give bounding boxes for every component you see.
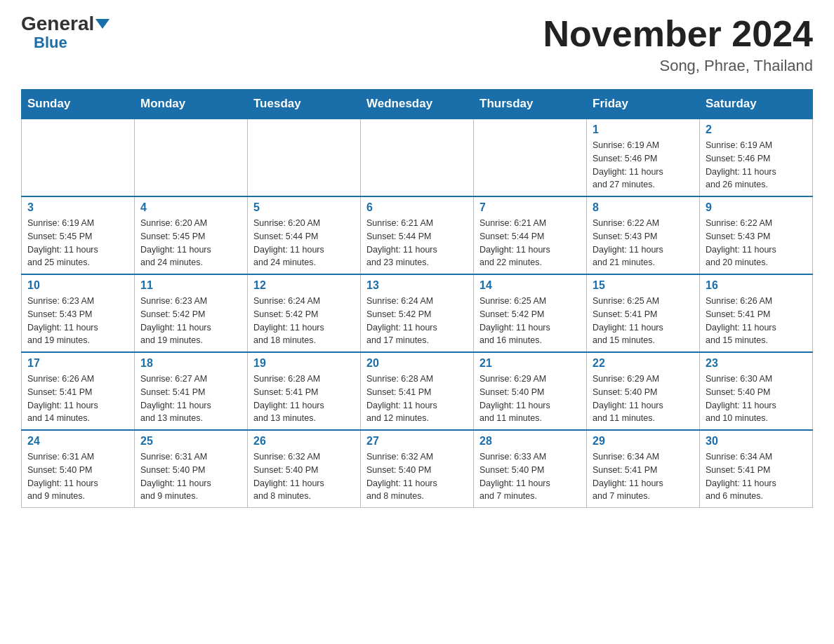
day-number: 30 — [706, 435, 807, 448]
calendar-cell: 17Sunrise: 6:26 AM Sunset: 5:41 PM Dayli… — [22, 352, 135, 430]
weekday-header-monday: Monday — [135, 90, 248, 119]
day-number: 29 — [593, 435, 694, 448]
day-number: 11 — [140, 279, 241, 292]
day-number: 12 — [253, 279, 355, 292]
day-number: 23 — [706, 357, 807, 370]
weekday-header-row: SundayMondayTuesdayWednesdayThursdayFrid… — [22, 90, 813, 119]
calendar-cell — [135, 119, 248, 196]
day-info: Sunrise: 6:27 AM Sunset: 5:41 PM Dayligh… — [140, 373, 241, 425]
weekday-header-friday: Friday — [587, 90, 700, 119]
calendar-cell: 2Sunrise: 6:19 AM Sunset: 5:46 PM Daylig… — [700, 119, 813, 196]
day-number: 18 — [140, 357, 241, 370]
month-title: November 2024 — [543, 14, 813, 54]
calendar-cell: 27Sunrise: 6:32 AM Sunset: 5:40 PM Dayli… — [361, 430, 474, 508]
day-number: 4 — [140, 201, 241, 214]
day-info: Sunrise: 6:32 AM Sunset: 5:40 PM Dayligh… — [366, 450, 468, 503]
calendar-cell: 5Sunrise: 6:20 AM Sunset: 5:44 PM Daylig… — [248, 196, 361, 274]
week-row-2: 3Sunrise: 6:19 AM Sunset: 5:45 PM Daylig… — [22, 196, 813, 274]
day-number: 6 — [366, 201, 468, 214]
day-info: Sunrise: 6:33 AM Sunset: 5:40 PM Dayligh… — [479, 450, 581, 503]
logo-blue-text: Blue — [34, 34, 67, 52]
weekday-header-saturday: Saturday — [700, 90, 813, 119]
header: General Blue November 2024 Song, Phrae, … — [21, 14, 813, 75]
day-info: Sunrise: 6:21 AM Sunset: 5:44 PM Dayligh… — [366, 217, 468, 269]
calendar-cell: 30Sunrise: 6:34 AM Sunset: 5:41 PM Dayli… — [700, 430, 813, 508]
day-info: Sunrise: 6:23 AM Sunset: 5:43 PM Dayligh… — [27, 295, 128, 347]
day-info: Sunrise: 6:29 AM Sunset: 5:40 PM Dayligh… — [479, 373, 581, 425]
day-info: Sunrise: 6:26 AM Sunset: 5:41 PM Dayligh… — [706, 295, 807, 347]
calendar-cell: 13Sunrise: 6:24 AM Sunset: 5:42 PM Dayli… — [361, 274, 474, 352]
week-row-4: 17Sunrise: 6:26 AM Sunset: 5:41 PM Dayli… — [22, 352, 813, 430]
weekday-header-tuesday: Tuesday — [248, 90, 361, 119]
calendar-cell: 28Sunrise: 6:33 AM Sunset: 5:40 PM Dayli… — [474, 430, 587, 508]
weekday-header-wednesday: Wednesday — [361, 90, 474, 119]
day-number: 15 — [593, 279, 694, 292]
day-info: Sunrise: 6:20 AM Sunset: 5:44 PM Dayligh… — [253, 217, 355, 269]
day-info: Sunrise: 6:21 AM Sunset: 5:44 PM Dayligh… — [479, 217, 581, 269]
calendar-cell: 14Sunrise: 6:25 AM Sunset: 5:42 PM Dayli… — [474, 274, 587, 352]
day-number: 9 — [706, 201, 807, 214]
day-info: Sunrise: 6:25 AM Sunset: 5:42 PM Dayligh… — [479, 295, 581, 347]
day-number: 22 — [593, 357, 694, 370]
calendar-cell: 8Sunrise: 6:22 AM Sunset: 5:43 PM Daylig… — [587, 196, 700, 274]
calendar-cell: 15Sunrise: 6:25 AM Sunset: 5:41 PM Dayli… — [587, 274, 700, 352]
day-info: Sunrise: 6:25 AM Sunset: 5:41 PM Dayligh… — [593, 295, 694, 347]
day-info: Sunrise: 6:31 AM Sunset: 5:40 PM Dayligh… — [140, 450, 241, 503]
day-info: Sunrise: 6:22 AM Sunset: 5:43 PM Dayligh… — [593, 217, 694, 269]
logo: General Blue — [21, 14, 110, 52]
day-number: 14 — [479, 279, 581, 292]
calendar-cell: 21Sunrise: 6:29 AM Sunset: 5:40 PM Dayli… — [474, 352, 587, 430]
calendar-cell: 25Sunrise: 6:31 AM Sunset: 5:40 PM Dayli… — [135, 430, 248, 508]
day-number: 21 — [479, 357, 581, 370]
day-info: Sunrise: 6:19 AM Sunset: 5:46 PM Dayligh… — [593, 139, 694, 192]
day-number: 2 — [706, 123, 807, 136]
day-number: 25 — [140, 435, 241, 448]
day-number: 27 — [366, 435, 468, 448]
day-number: 10 — [27, 279, 128, 292]
day-number: 19 — [253, 357, 355, 370]
day-number: 7 — [479, 201, 581, 214]
day-info: Sunrise: 6:19 AM Sunset: 5:45 PM Dayligh… — [27, 217, 128, 269]
calendar-cell: 24Sunrise: 6:31 AM Sunset: 5:40 PM Dayli… — [22, 430, 135, 508]
day-number: 17 — [27, 357, 128, 370]
logo-triangle-icon — [95, 19, 110, 29]
calendar-cell: 10Sunrise: 6:23 AM Sunset: 5:43 PM Dayli… — [22, 274, 135, 352]
calendar-table: SundayMondayTuesdayWednesdayThursdayFrid… — [21, 89, 813, 508]
day-info: Sunrise: 6:29 AM Sunset: 5:40 PM Dayligh… — [593, 373, 694, 425]
day-number: 1 — [593, 123, 694, 136]
calendar-cell: 19Sunrise: 6:28 AM Sunset: 5:41 PM Dayli… — [248, 352, 361, 430]
day-number: 24 — [27, 435, 128, 448]
day-info: Sunrise: 6:23 AM Sunset: 5:42 PM Dayligh… — [140, 295, 241, 347]
day-number: 16 — [706, 279, 807, 292]
day-info: Sunrise: 6:28 AM Sunset: 5:41 PM Dayligh… — [253, 373, 355, 425]
calendar-cell — [361, 119, 474, 196]
day-info: Sunrise: 6:20 AM Sunset: 5:45 PM Dayligh… — [140, 217, 241, 269]
day-number: 20 — [366, 357, 468, 370]
calendar-cell: 29Sunrise: 6:34 AM Sunset: 5:41 PM Dayli… — [587, 430, 700, 508]
day-info: Sunrise: 6:34 AM Sunset: 5:41 PM Dayligh… — [706, 450, 807, 503]
day-info: Sunrise: 6:24 AM Sunset: 5:42 PM Dayligh… — [253, 295, 355, 347]
calendar-cell: 22Sunrise: 6:29 AM Sunset: 5:40 PM Dayli… — [587, 352, 700, 430]
day-info: Sunrise: 6:19 AM Sunset: 5:46 PM Dayligh… — [706, 139, 807, 192]
day-number: 3 — [27, 201, 128, 214]
day-info: Sunrise: 6:31 AM Sunset: 5:40 PM Dayligh… — [27, 450, 128, 503]
calendar-cell: 7Sunrise: 6:21 AM Sunset: 5:44 PM Daylig… — [474, 196, 587, 274]
calendar-cell: 11Sunrise: 6:23 AM Sunset: 5:42 PM Dayli… — [135, 274, 248, 352]
day-info: Sunrise: 6:34 AM Sunset: 5:41 PM Dayligh… — [593, 450, 694, 503]
day-info: Sunrise: 6:22 AM Sunset: 5:43 PM Dayligh… — [706, 217, 807, 269]
calendar-cell: 1Sunrise: 6:19 AM Sunset: 5:46 PM Daylig… — [587, 119, 700, 196]
calendar-cell — [248, 119, 361, 196]
calendar-cell: 9Sunrise: 6:22 AM Sunset: 5:43 PM Daylig… — [700, 196, 813, 274]
calendar-cell — [22, 119, 135, 196]
calendar-cell: 20Sunrise: 6:28 AM Sunset: 5:41 PM Dayli… — [361, 352, 474, 430]
calendar-cell: 12Sunrise: 6:24 AM Sunset: 5:42 PM Dayli… — [248, 274, 361, 352]
day-info: Sunrise: 6:32 AM Sunset: 5:40 PM Dayligh… — [253, 450, 355, 503]
week-row-5: 24Sunrise: 6:31 AM Sunset: 5:40 PM Dayli… — [22, 430, 813, 508]
day-info: Sunrise: 6:28 AM Sunset: 5:41 PM Dayligh… — [366, 373, 468, 425]
day-number: 28 — [479, 435, 581, 448]
calendar-cell — [474, 119, 587, 196]
day-number: 26 — [253, 435, 355, 448]
day-info: Sunrise: 6:24 AM Sunset: 5:42 PM Dayligh… — [366, 295, 468, 347]
calendar-cell: 26Sunrise: 6:32 AM Sunset: 5:40 PM Dayli… — [248, 430, 361, 508]
location-subtitle: Song, Phrae, Thailand — [543, 57, 813, 75]
